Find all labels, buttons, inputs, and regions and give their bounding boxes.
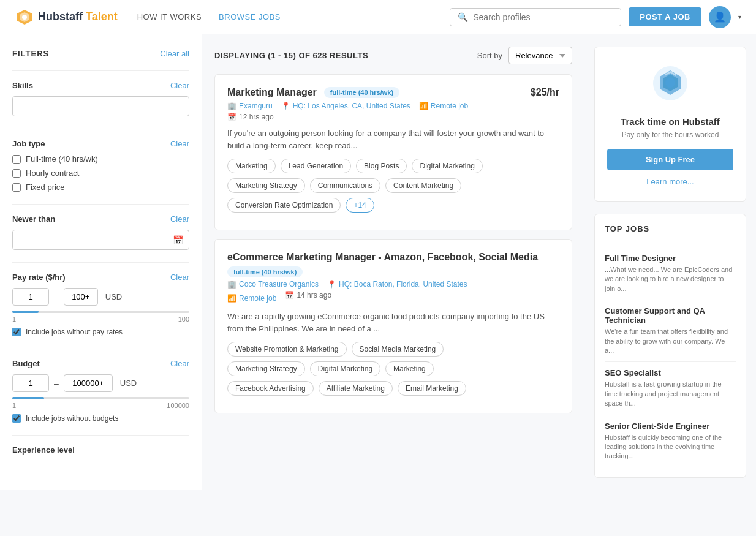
results-bar: DISPLAYING (1 - 15) OF 628 RESULTS Sort … [214,47,572,64]
tag-count-1[interactable]: +14 [346,198,374,213]
include-without-budgets[interactable]: Include jobs without budgets [12,414,189,423]
budget-dash: – [54,379,59,388]
promo-card: Track time on Hubstaff Pay only for the … [594,47,746,202]
pay-rate-unit: USD [105,292,122,301]
sidebar: FILTERS Clear all Skills Clear Job type … [0,34,202,490]
job-type-hourly-checkbox[interactable] [12,169,21,178]
date-input-wrap: 📅 [12,230,189,250]
include-without-pay-checkbox[interactable] [12,328,21,336]
pay-rate-max-input[interactable] [64,288,98,306]
job-type-fulltime[interactable]: Full-time (40 hrs/wk) [12,154,189,164]
top-job-2[interactable]: Customer Support and QA Technician We're… [605,300,736,362]
nav-browse-jobs[interactable]: BROWSE JOBS [219,12,281,21]
budget-slider[interactable] [12,397,189,399]
job-type-fixed[interactable]: Fixed price [12,183,189,192]
tag-content-marketing[interactable]: Content Marketing [385,178,461,193]
search-input[interactable] [473,12,613,22]
promo-logo-icon [649,62,692,105]
wifi-icon-1: 📶 [419,102,428,110]
top-job-3-name: SEO Specialist [605,368,736,377]
top-job-4-desc: Hubstaff is quickly becoming one of the … [605,433,736,461]
skills-input[interactable] [12,96,189,116]
include-without-pay-label: Include jobs without pay rates [26,328,123,336]
newer-than-filter: Newer than Clear 📅 [12,214,189,250]
job-title-1[interactable]: Marketing Manager [227,87,317,98]
pay-rate-range: – USD [12,288,189,306]
promo-subtitle: Pay only for the hours worked [607,130,733,139]
newer-than-input[interactable] [12,230,189,250]
tag-lead-generation[interactable]: Lead Generation [281,159,351,173]
budget-slider-max: 100000 [167,402,189,409]
pay-rate-slider[interactable] [12,311,189,313]
job-desc-2: We are a rapidly growing eCommerce organ… [227,311,559,334]
tag-blog-posts[interactable]: Blog Posts [356,159,407,173]
pay-rate-clear-button[interactable]: Clear [170,273,189,282]
top-job-3-desc: Hubstaff is a fast-growing startup in th… [605,380,736,408]
top-job-1[interactable]: Full Time Designer ...What we need... We… [605,247,736,300]
include-without-pay[interactable]: Include jobs without pay rates [12,328,189,336]
job-desc-1: If you're an outgoing person looking for… [227,127,559,151]
job-location-1: 📍 HQ: Los Angeles, CA, United States [281,102,410,110]
tag-digital-marketing-2[interactable]: Digital Marketing [310,361,380,376]
tag-marketing-strategy[interactable]: Marketing Strategy [227,178,305,193]
avatar[interactable]: 👤 [709,6,731,28]
center-content: DISPLAYING (1 - 15) OF 628 RESULTS Sort … [202,34,584,490]
tag-marketing-strategy-2[interactable]: Marketing Strategy [227,361,305,376]
newer-than-clear-button[interactable]: Clear [170,214,189,224]
pay-rate-min-input[interactable] [12,288,49,306]
map-icon-2: 📍 [327,280,336,289]
post-job-button[interactable]: POST A JOB [629,7,701,26]
tag-communications[interactable]: Communications [310,178,380,193]
job-card-1-header: Marketing Manager full-time (40 hrs/wk) … [227,87,559,98]
job-card-2: eCommerce Marketing Manager - Amazon, Fa… [214,239,572,413]
tag-marketing-2[interactable]: Marketing [385,361,434,376]
budget-range: – USD [12,374,189,392]
job-company-2[interactable]: 🏢 Coco Treasure Organics [227,280,319,289]
avatar-chevron-icon[interactable]: ▾ [738,13,741,20]
tag-conversion-rate[interactable]: Conversion Rate Optimization [227,198,341,213]
skills-clear-button[interactable]: Clear [170,81,189,90]
tag-email-marketing[interactable]: Email Marketing [398,381,466,396]
top-job-3[interactable]: SEO Specialist Hubstaff is a fast-growin… [605,362,736,415]
search-bar[interactable]: 🔍 [450,8,621,26]
logo[interactable]: Hubstaff Talent [15,7,118,27]
clear-all-button[interactable]: Clear all [160,49,189,58]
job-tags-1b: Marketing Strategy Communications Conten… [227,178,559,213]
job-title-2[interactable]: eCommerce Marketing Manager - Amazon, Fa… [227,252,538,263]
signup-button[interactable]: Sign Up Free [607,149,733,170]
tag-social-media[interactable]: Social Media Marketing [352,342,444,357]
tag-website-promo[interactable]: Website Promotion & Marketing [227,342,347,357]
experience-filter: Experience level [12,445,189,455]
tag-marketing[interactable]: Marketing [227,159,276,173]
pay-rate-dash: – [54,292,59,302]
learn-more-link[interactable]: Learn more... [646,177,694,186]
job-company-1[interactable]: 🏢 Examguru [227,102,273,110]
building-icon-2: 🏢 [227,280,236,289]
pay-rate-slider-max: 100 [178,315,189,323]
logo-text: Hubstaff Talent [38,10,118,23]
budget-min-input[interactable] [12,374,49,392]
job-type-clear-button[interactable]: Clear [170,139,189,148]
newer-than-label: Newer than [12,214,55,224]
job-type-filter: Job type Clear Full-time (40 hrs/wk) Hou… [12,139,189,192]
job-tags-1: Marketing Lead Generation Blog Posts Dig… [227,159,559,173]
include-without-budgets-label: Include jobs without budgets [26,414,118,423]
budget-max-input[interactable] [64,374,113,392]
job-type-hourly[interactable]: Hourly contract [12,168,189,178]
sort-select[interactable]: Relevance Date Pay Rate [508,47,572,64]
right-sidebar: Track time on Hubstaff Pay only for the … [584,34,756,490]
tag-facebook-advertising[interactable]: Facebook Advertising [227,381,314,396]
nav-how-it-works[interactable]: HOW IT WORKS [137,12,202,21]
tag-affiliate-marketing[interactable]: Affiliate Marketing [319,381,393,396]
pay-rate-slider-labels: 1 100 [12,315,189,323]
include-without-budgets-checkbox[interactable] [12,414,21,423]
budget-clear-button[interactable]: Clear [170,359,189,368]
job-type-fixed-checkbox[interactable] [12,183,21,192]
skills-label: Skills [12,81,33,90]
tag-digital-marketing[interactable]: Digital Marketing [412,159,482,173]
job-type-fulltime-checkbox[interactable] [12,155,21,164]
top-job-4[interactable]: Senior Client-Side Engineer Hubstaff is … [605,415,736,467]
job-tags-2b: Marketing Strategy Digital Marketing Mar… [227,361,559,376]
navbar: Hubstaff Talent HOW IT WORKS BROWSE JOBS… [0,0,756,34]
job-date-2: 📅 14 hrs ago [285,291,331,300]
